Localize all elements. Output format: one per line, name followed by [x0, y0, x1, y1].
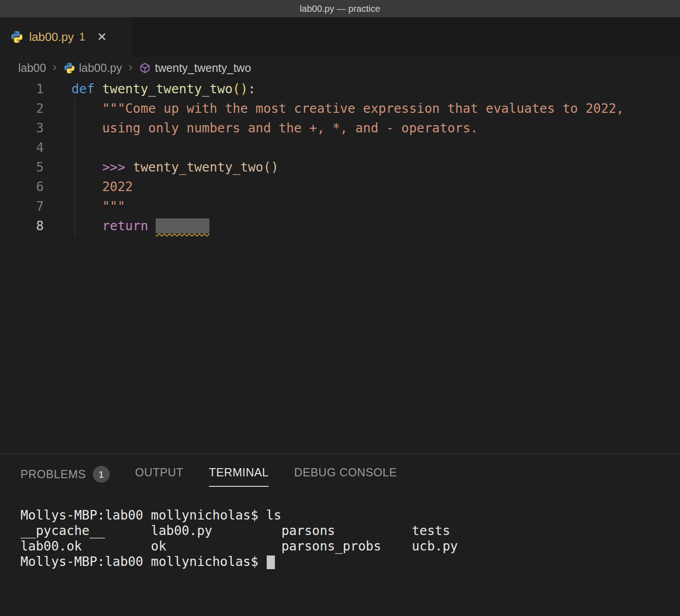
- python-icon: [10, 30, 24, 44]
- code-line[interactable]: 2 """Come up with the most creative expr…: [0, 99, 680, 118]
- code-line[interactable]: 4: [0, 138, 680, 157]
- symbol-cube-icon: [139, 62, 151, 74]
- terminal-cursor: [267, 555, 275, 569]
- terminal-line: Mollys-MBP:lab00 mollynicholas$ ls: [20, 508, 680, 523]
- token-str: """: [71, 199, 125, 214]
- line-number: 1: [0, 79, 44, 99]
- token-prompt: >>>: [102, 160, 125, 175]
- token-pl: [95, 81, 102, 96]
- token-doc: twenty_twenty_two(): [133, 160, 279, 175]
- token-fn: twenty_twenty_two: [102, 81, 233, 96]
- line-number: 7: [0, 197, 44, 216]
- token-str: """Come up with the most creative expres…: [71, 101, 624, 116]
- code-text: """: [44, 197, 125, 216]
- code-text: return: [44, 216, 209, 236]
- token-str: [71, 160, 102, 175]
- window-title: lab00.py — practice: [300, 4, 381, 14]
- tab-problems-badge: 1: [79, 31, 85, 43]
- title-bar: lab00.py — practice: [0, 0, 680, 17]
- vscode-window: lab00.py — practice lab00.py 1 ✕ lab00 ›…: [0, 0, 680, 616]
- code-text: def twenty_twenty_two():: [44, 79, 256, 99]
- bottom-panel: PROBLEMS1OUTPUTTERMINALDEBUG CONSOLE Mol…: [0, 454, 680, 616]
- close-icon[interactable]: ✕: [97, 30, 107, 44]
- selection-highlight: [156, 218, 209, 233]
- chevron-right-icon: ›: [52, 60, 56, 74]
- tab-bar: lab00.py 1 ✕: [0, 17, 680, 56]
- terminal[interactable]: Mollys-MBP:lab00 mollynicholas$ ls__pyca…: [0, 490, 680, 570]
- token-str: using only numbers and the +, *, and - o…: [71, 121, 478, 136]
- line-number: 8: [0, 216, 44, 236]
- code-line[interactable]: 8 return: [0, 216, 680, 236]
- panel-tab-problems[interactable]: PROBLEMS1: [20, 466, 110, 490]
- line-number: 6: [0, 177, 44, 197]
- code-line[interactable]: 5 >>> twenty_twenty_two(): [0, 157, 680, 177]
- code-text: [44, 138, 71, 157]
- indent-guide: [75, 99, 75, 236]
- token-pl: [148, 218, 156, 233]
- breadcrumb: lab00 › lab00.py › twenty_twenty_two: [0, 56, 680, 79]
- terminal-line: __pycache__ lab00.py parsons tests: [20, 523, 680, 539]
- code-text: >>> twenty_twenty_two(): [44, 157, 279, 177]
- code-line[interactable]: 3 using only numbers and the +, *, and -…: [0, 118, 680, 138]
- breadcrumb-file[interactable]: lab00.py: [79, 61, 122, 75]
- line-number: 3: [0, 118, 44, 138]
- panel-tab-debug-console[interactable]: DEBUG CONSOLE: [294, 466, 397, 486]
- line-number: 2: [0, 99, 44, 118]
- panel-tab-terminal[interactable]: TERMINAL: [209, 466, 269, 487]
- token-ret: return: [102, 218, 148, 233]
- token-pl: :: [248, 81, 256, 96]
- code-line[interactable]: 7 """: [0, 197, 680, 216]
- code-text: 2022: [44, 177, 133, 197]
- panel-tab-output[interactable]: OUTPUT: [135, 466, 183, 486]
- token-br: (): [233, 81, 248, 96]
- problems-count-badge: 1: [93, 466, 110, 483]
- terminal-line: lab00.ok ok parsons_probs ucb.py: [20, 539, 680, 554]
- panel-tab-label: PROBLEMS: [20, 468, 86, 481]
- token-kw: def: [71, 81, 95, 96]
- line-number: 4: [0, 138, 44, 157]
- terminal-line: Mollys-MBP:lab00 mollynicholas$: [20, 554, 680, 570]
- code-lines: 1def twenty_twenty_two():2 """Come up wi…: [0, 79, 680, 236]
- code-text: """Come up with the most creative expres…: [44, 99, 624, 118]
- token-str: [125, 160, 133, 175]
- panel-tab-label: TERMINAL: [209, 466, 269, 479]
- breadcrumb-folder[interactable]: lab00: [18, 61, 46, 75]
- panel-tab-label: OUTPUT: [135, 466, 183, 479]
- code-line[interactable]: 1def twenty_twenty_two():: [0, 79, 680, 99]
- breadcrumb-symbol[interactable]: twenty_twenty_two: [155, 61, 251, 75]
- code-line[interactable]: 6 2022: [0, 177, 680, 197]
- line-number: 5: [0, 157, 44, 177]
- python-icon: [63, 62, 76, 74]
- panel-tab-bar: PROBLEMS1OUTPUTTERMINALDEBUG CONSOLE: [0, 454, 680, 490]
- tab-label: lab00.py: [29, 30, 74, 44]
- code-editor[interactable]: 1def twenty_twenty_two():2 """Come up wi…: [0, 79, 680, 454]
- panel-tab-label: DEBUG CONSOLE: [294, 466, 397, 479]
- token-str: [71, 218, 102, 233]
- code-text: using only numbers and the +, *, and - o…: [44, 118, 478, 138]
- tab-lab00py[interactable]: lab00.py 1 ✕: [0, 17, 133, 56]
- chevron-right-icon: ›: [128, 60, 132, 74]
- token-str: 2022: [71, 179, 133, 194]
